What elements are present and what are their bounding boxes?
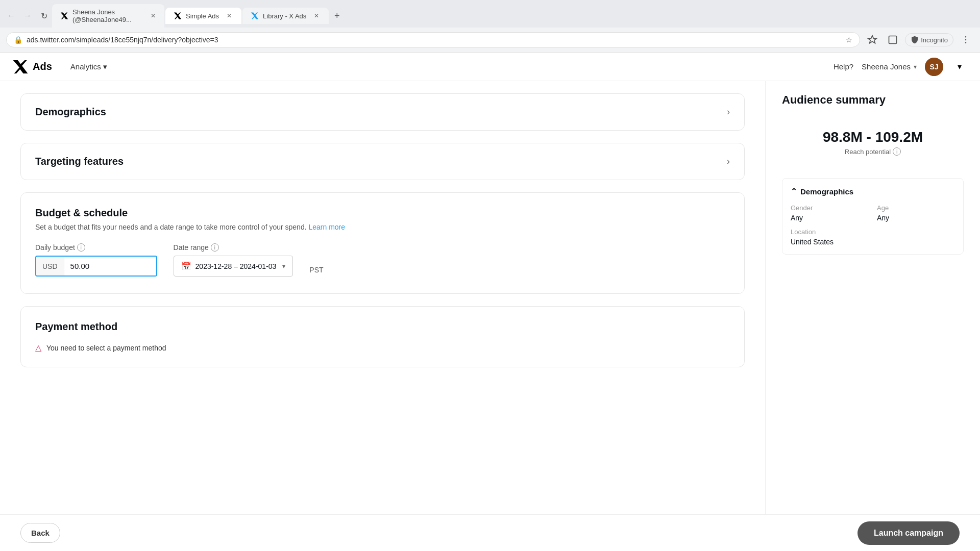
- star-icon[interactable]: ☆: [846, 36, 852, 44]
- x-logo[interactable]: [12, 59, 29, 75]
- user-chevron: ▾: [914, 63, 917, 70]
- tab2-label: Simple Ads: [186, 12, 219, 20]
- user-avatar[interactable]: SJ: [925, 58, 943, 76]
- timezone-label: PST: [309, 261, 323, 279]
- location-value: United States: [791, 238, 955, 246]
- date-range-label: Date range i: [174, 243, 293, 252]
- url-text: ads.twitter.com/simpleads/18ce55njq7n/de…: [27, 36, 842, 44]
- menu-icon[interactable]: [958, 32, 974, 48]
- date-chevron-icon: ▾: [282, 263, 285, 270]
- main-content: Demographics › Targeting features › Budg…: [0, 81, 980, 550]
- browser-nav: ← → ↻: [4, 9, 51, 23]
- payment-warning: △ You need to select a payment method: [35, 343, 730, 353]
- budget-title: Budget & schedule: [35, 207, 730, 219]
- toolbar-icons: Incognito: [864, 32, 974, 48]
- tab1-close[interactable]: ✕: [151, 12, 156, 20]
- ads-label: Ads: [33, 61, 52, 72]
- gender-value: Any: [791, 214, 869, 222]
- tab2-favicon: [174, 12, 182, 20]
- budget-desc-text: Set a budget that fits your needs and a …: [35, 223, 307, 231]
- tab1-favicon: [60, 12, 68, 20]
- demographics-header[interactable]: Demographics ›: [21, 94, 744, 130]
- profile-icon[interactable]: [885, 32, 901, 48]
- tab-simple-ads[interactable]: Simple Ads ✕: [165, 8, 241, 24]
- svg-text:SJ: SJ: [929, 63, 938, 71]
- date-range-field: Date range i 📅 2023-12-28 – 2024-01-03 ▾: [174, 243, 293, 277]
- date-range-info-icon[interactable]: i: [211, 243, 219, 252]
- tab2-close[interactable]: ✕: [225, 12, 233, 20]
- launch-campaign-button[interactable]: Launch campaign: [857, 521, 960, 545]
- reach-potential-card: 98.8M - 109.2M Reach potential i: [782, 119, 964, 166]
- tab1-label: Sheena Jones (@SheenaJone49...: [72, 8, 144, 23]
- tab-library[interactable]: Library - X Ads ✕: [242, 8, 329, 24]
- forward-nav-btn[interactable]: →: [20, 9, 35, 23]
- profile-dropdown-icon[interactable]: ▾: [951, 59, 968, 75]
- gender-field: Gender Any: [791, 204, 869, 222]
- demographics-arrow: ›: [727, 107, 730, 117]
- reach-label: Reach potential i: [792, 147, 953, 156]
- warning-icon: △: [35, 343, 41, 353]
- calendar-icon: 📅: [181, 261, 191, 271]
- analytics-nav[interactable]: Analytics ▾: [64, 58, 113, 76]
- targeting-arrow: ›: [727, 156, 730, 167]
- tab3-label: Library - X Ads: [263, 12, 306, 20]
- currency-label: USD: [36, 257, 64, 276]
- budget-section: Budget & schedule Set a budget that fits…: [20, 192, 745, 294]
- demographics-summary-title: Demographics: [800, 187, 853, 196]
- back-nav-btn[interactable]: ←: [4, 9, 18, 23]
- browser-toolbar: 🔒 ads.twitter.com/simpleads/18ce55njq7n/…: [0, 28, 980, 52]
- reach-range-numbers: 98.8M - 109.2M: [792, 129, 953, 145]
- browser-tab-bar: ← → ↻ Sheena Jones (@SheenaJone49... ✕ S…: [0, 0, 980, 28]
- location-field: Location United States: [791, 228, 955, 246]
- date-range-picker[interactable]: 📅 2023-12-28 – 2024-01-03 ▾: [174, 256, 293, 277]
- incognito-badge: Incognito: [905, 33, 953, 46]
- daily-budget-field: Daily budget i USD: [35, 243, 157, 277]
- payment-warning-text: You need to select a payment method: [46, 344, 166, 352]
- reach-info-icon[interactable]: i: [893, 147, 901, 156]
- analytics-label: Analytics: [70, 62, 101, 71]
- analytics-chevron: ▾: [103, 62, 107, 71]
- budget-input-wrap: USD: [35, 256, 157, 277]
- demographics-title: Demographics: [35, 106, 106, 118]
- svg-point-1: [965, 36, 967, 38]
- lock-icon: 🔒: [14, 36, 22, 44]
- svg-rect-0: [889, 36, 897, 44]
- extensions-icon[interactable]: [864, 32, 880, 48]
- right-panel: Audience summary 98.8M - 109.2M Reach po…: [766, 81, 980, 550]
- age-value: Any: [877, 214, 955, 222]
- header-right: Help? Sheena Jones ▾ SJ ▾: [834, 58, 968, 76]
- tab3-close[interactable]: ✕: [312, 12, 321, 20]
- audience-summary-title: Audience summary: [782, 93, 964, 107]
- reload-btn[interactable]: ↻: [37, 9, 51, 23]
- budget-description: Set a budget that fits your needs and a …: [35, 223, 730, 231]
- demographics-section: Demographics ›: [20, 93, 745, 131]
- user-name: Sheena Jones: [862, 62, 911, 71]
- payment-section: Payment method △ You need to select a pa…: [20, 306, 745, 367]
- help-link[interactable]: Help?: [834, 62, 853, 71]
- location-label: Location: [791, 228, 955, 236]
- targeting-header[interactable]: Targeting features ›: [21, 143, 744, 180]
- left-panel: Demographics › Targeting features › Budg…: [0, 81, 766, 550]
- new-tab-btn[interactable]: +: [330, 9, 344, 23]
- bottom-bar: Back Launch campaign: [0, 514, 980, 551]
- daily-budget-label: Daily budget i: [35, 243, 157, 252]
- demographics-collapse-icon: ⌃: [791, 187, 797, 196]
- budget-fields: Daily budget i USD Date range i �: [35, 243, 730, 279]
- timezone-field: PST: [309, 243, 323, 279]
- back-button[interactable]: Back: [20, 523, 60, 543]
- learn-more-link[interactable]: Learn more: [308, 223, 345, 231]
- demographics-summary-header[interactable]: ⌃ Demographics: [791, 187, 955, 196]
- svg-point-3: [965, 42, 967, 44]
- demo-grid: Gender Any Age Any: [791, 204, 955, 222]
- incognito-label: Incognito: [921, 36, 948, 44]
- app-header: Ads Analytics ▾ Help? Sheena Jones ▾ SJ …: [0, 53, 980, 81]
- user-info[interactable]: Sheena Jones ▾: [862, 62, 917, 71]
- targeting-section: Targeting features ›: [20, 143, 745, 180]
- daily-budget-info-icon[interactable]: i: [77, 243, 85, 252]
- budget-amount-input[interactable]: [64, 257, 156, 276]
- tab-sheena[interactable]: Sheena Jones (@SheenaJone49... ✕: [52, 4, 164, 28]
- demographics-summary-panel: ⌃ Demographics Gender Any Age Any Locati…: [782, 178, 964, 255]
- age-label: Age: [877, 204, 955, 212]
- payment-title: Payment method: [35, 321, 730, 333]
- address-bar[interactable]: 🔒 ads.twitter.com/simpleads/18ce55njq7n/…: [6, 32, 860, 47]
